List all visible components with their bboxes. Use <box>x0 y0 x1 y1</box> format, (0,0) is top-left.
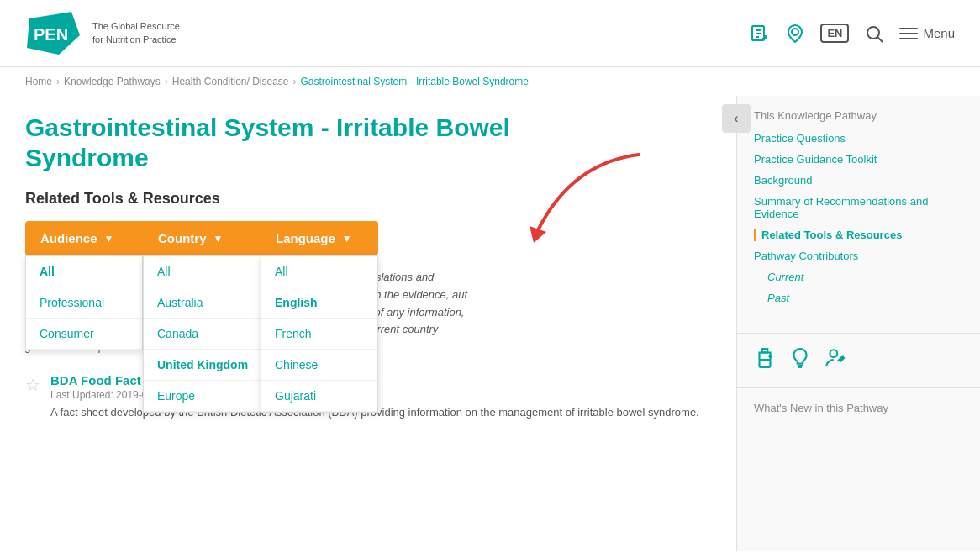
pen-logo[interactable]: PEN <box>25 10 84 56</box>
language-label: Language <box>276 231 335 245</box>
svg-point-12 <box>769 356 771 357</box>
header: PEN The Global Resource for Nutrition Pr… <box>0 0 980 67</box>
audience-dropdown-button[interactable]: Audience ▼ <box>25 221 143 255</box>
sidebar-content: This Knowledge Pathway Practice Question… <box>737 96 980 326</box>
sidebar: ‹ This Knowledge Pathway Practice Questi… <box>736 96 980 551</box>
svg-rect-11 <box>762 349 768 352</box>
breadcrumb-sep-1: › <box>56 76 60 87</box>
menu-label: Menu <box>923 26 955 40</box>
country-option-canada[interactable]: Canada <box>144 319 261 350</box>
logo-area: PEN The Global Resource for Nutrition Pr… <box>25 10 180 56</box>
audience-option-professional[interactable]: Professional <box>26 287 142 319</box>
sidebar-heading: This Knowledge Pathway <box>754 109 963 122</box>
audience-dropdown-container: Audience ▼ All Professional Consumer <box>25 221 143 255</box>
sidebar-link-summary[interactable]: Summary of Recommendations and Evidence <box>754 195 963 220</box>
language-dropdown-button[interactable]: Language ▼ <box>261 221 378 255</box>
edit-icon[interactable] <box>750 24 770 44</box>
sidebar-link-past[interactable]: Past <box>767 292 963 304</box>
breadcrumb-home[interactable]: Home <box>25 76 52 87</box>
language-option-english[interactable]: English <box>261 287 377 319</box>
content-area: Gastrointestinal System - Irritable Bowe… <box>0 96 736 551</box>
sidebar-item-past[interactable]: Past <box>754 292 963 304</box>
star-icon[interactable]: ☆ <box>25 375 40 395</box>
svg-point-15 <box>830 350 838 357</box>
audience-chevron-icon: ▼ <box>104 233 114 245</box>
section-title: Related Tools & Resources <box>25 190 711 208</box>
audience-option-all[interactable]: All <box>26 256 142 287</box>
sidebar-link-current[interactable]: Current <box>767 271 963 283</box>
sidebar-bottom: What's New in this Pathway <box>737 387 980 428</box>
breadcrumb-sep-2: › <box>165 76 168 87</box>
language-option-all[interactable]: All <box>261 256 377 287</box>
filters-row: Audience ▼ All Professional Consumer Cou… <box>25 221 711 255</box>
country-dropdown-container: Country ▼ All Australia Canada United Ki… <box>143 221 261 255</box>
sidebar-link-practice-questions[interactable]: Practice Questions <box>754 132 963 145</box>
print-icon[interactable] <box>754 347 776 374</box>
svg-rect-10 <box>760 360 771 367</box>
audience-option-consumer[interactable]: Consumer <box>26 319 142 350</box>
language-dropdown-container: Language ▼ All English French Chinese Gu… <box>261 221 378 255</box>
sidebar-link-practice-guidance[interactable]: Practice Guidance Toolkit <box>754 153 963 166</box>
sidebar-item-practice-guidance[interactable]: Practice Guidance Toolkit <box>754 153 963 166</box>
country-option-europe[interactable]: Europe <box>144 381 261 412</box>
language-option-gujarati[interactable]: Gujarati <box>261 381 377 412</box>
breadcrumb-health[interactable]: Health Condition/ Disease <box>172 76 289 87</box>
sidebar-item-current[interactable]: Current <box>754 271 963 283</box>
svg-point-7 <box>867 27 879 39</box>
main-layout: Gastrointestinal System - Irritable Bowe… <box>0 96 980 551</box>
location-icon[interactable] <box>785 24 805 44</box>
sidebar-action-icons <box>737 333 980 387</box>
svg-point-6 <box>792 29 798 35</box>
sidebar-item-contributors[interactable]: Pathway Contributors <box>754 250 963 262</box>
sidebar-link-related-tools[interactable]: Related Tools & Resources <box>754 229 963 241</box>
sidebar-toggle-button[interactable]: ‹ <box>722 104 751 133</box>
menu-button[interactable]: Menu <box>899 26 955 40</box>
sidebar-nav: Practice Questions Practice Guidance Too… <box>754 132 963 304</box>
language-option-french[interactable]: French <box>261 319 377 350</box>
audience-dropdown-panel: All Professional Consumer <box>25 255 143 350</box>
sidebar-item-background[interactable]: Background <box>754 174 963 187</box>
header-icons: EN Menu <box>750 24 955 44</box>
language-badge[interactable]: EN <box>820 24 849 43</box>
page-title: Gastrointestinal System - Irritable Bowe… <box>25 113 597 173</box>
language-chevron-icon: ▼ <box>342 233 352 245</box>
country-option-uk[interactable]: United Kingdom <box>144 350 261 381</box>
audience-label: Audience <box>40 231 97 245</box>
country-label: Country <box>158 231 207 245</box>
sidebar-link-contributors[interactable]: Pathway Contributors <box>754 250 963 262</box>
breadcrumb-knowledge[interactable]: Knowledge Pathways <box>64 76 161 87</box>
sidebar-item-related-tools[interactable]: Related Tools & Resources <box>754 229 963 241</box>
sidebar-bottom-title: What's New in this Pathway <box>754 402 963 414</box>
country-chevron-icon: ▼ <box>213 233 224 245</box>
sidebar-item-practice-questions[interactable]: Practice Questions <box>754 132 963 145</box>
country-option-all[interactable]: All <box>144 256 261 287</box>
svg-text:PEN: PEN <box>34 25 68 44</box>
language-option-chinese[interactable]: Chinese <box>261 350 377 381</box>
hamburger-icon <box>899 28 918 40</box>
sidebar-item-summary[interactable]: Summary of Recommendations and Evidence <box>754 195 963 220</box>
country-dropdown-panel: All Australia Canada United Kingdom Euro… <box>143 255 262 413</box>
country-option-australia[interactable]: Australia <box>144 287 261 319</box>
svg-line-8 <box>878 37 883 42</box>
country-dropdown-button[interactable]: Country ▼ <box>143 221 261 255</box>
sidebar-link-background[interactable]: Background <box>754 174 963 187</box>
search-icon[interactable] <box>864 24 884 44</box>
language-dropdown-panel: All English French Chinese Gujarati <box>261 255 378 413</box>
breadcrumb-sep-3: › <box>293 76 297 87</box>
logo-tagline: The Global Resource for Nutrition Practi… <box>92 20 180 46</box>
edit-person-icon[interactable] <box>825 347 846 374</box>
lightbulb-icon[interactable] <box>789 347 811 374</box>
breadcrumb-current: Gastrointestinal System - Irritable Bowe… <box>301 76 529 87</box>
breadcrumb: Home › Knowledge Pathways › Health Condi… <box>0 67 980 96</box>
